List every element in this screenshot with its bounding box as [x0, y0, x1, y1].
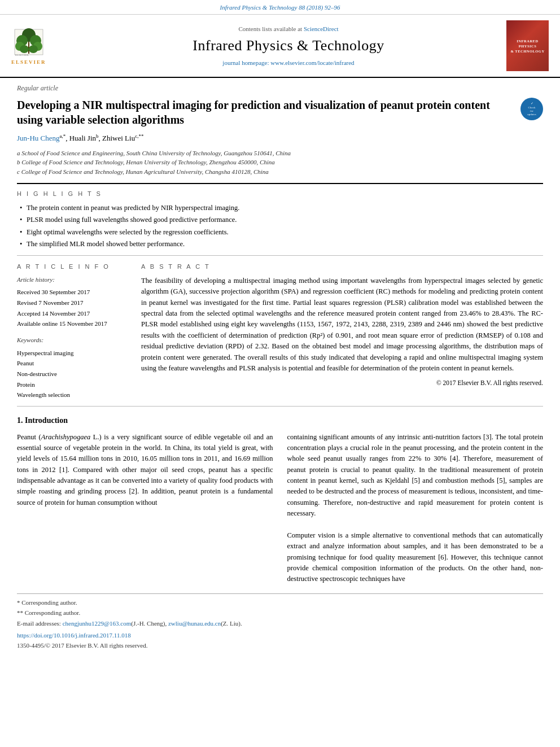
intro-right-col: containing significant amounts of any in… — [287, 432, 544, 585]
intro-left-text: Peanut (Arachishypogaea L.) is a very si… — [17, 432, 273, 509]
highlights-label: H I G H L I G H T S — [17, 190, 543, 198]
check-updates-badge: ✓ Checkforupdates — [520, 98, 543, 120]
footnotes-section: * Corresponding author. ** Corresponding… — [17, 593, 543, 650]
check-updates-label: Checkforupdates — [527, 106, 536, 116]
issn-line: 1350-4495/© 2017 Elsevier B.V. All right… — [17, 641, 543, 650]
email2-link[interactable]: zwliu@hunau.edu.cn — [168, 620, 221, 627]
corresponding-author-1: * Corresponding author. — [17, 599, 543, 607]
email-addresses: E-mail addresses: chengjunhu1229@163.com… — [17, 619, 543, 628]
keyword-item: Peanut — [17, 358, 130, 369]
article-title: Developing a NIR multispectral imaging f… — [17, 98, 512, 127]
elsevier-tree-icon: ELSEVIER — [12, 27, 46, 58]
elsevier-brand-text: ELSEVIER — [11, 59, 46, 66]
author-jin: , Huali Jin — [65, 134, 96, 143]
svg-point-8 — [29, 45, 38, 53]
check-icon: ✓ — [531, 102, 533, 106]
abstract-text: The feasibility of developing a multispe… — [141, 276, 543, 374]
homepage-link[interactable]: journal homepage: www.elsevier.com/locat… — [222, 59, 354, 66]
divider-top — [17, 183, 543, 184]
sciencedirect-line: Contents lists available at ScienceDirec… — [85, 25, 492, 33]
journal-homepage: journal homepage: www.elsevier.com/locat… — [85, 59, 492, 67]
article-info-abstract: A R T I C L E I N F O Article history: R… — [17, 263, 543, 400]
author-cheng[interactable]: Jun-Hu Cheng — [17, 134, 59, 143]
highlight-item: Eight optimal wavelengths were selected … — [20, 228, 543, 238]
copyright-notice: © 2017 Elsevier B.V. All rights reserved… — [141, 378, 543, 387]
journal-info-center: Contents lists available at ScienceDirec… — [85, 25, 492, 67]
intro-body-columns: Peanut (Arachishypogaea L.) is a very si… — [17, 432, 543, 585]
author-a-sup: a,* — [59, 133, 65, 139]
available-date: Available online 15 November 2017 — [17, 318, 130, 329]
highlight-item: The simplified MLR model showed better p… — [20, 239, 543, 250]
authors-line: Jun-Hu Chenga,*, Huali Jinb, Zhiwei Liuc… — [17, 133, 543, 144]
author-c-sup: c,** — [135, 133, 143, 139]
keyword-item: Non-destructive — [17, 369, 130, 379]
email1-person: (J.-H. Cheng), — [131, 620, 167, 627]
highlights-list: The protein content in peanut was predic… — [17, 203, 543, 250]
email2-person: (Z. Liu). — [221, 620, 242, 627]
keywords-label: Keywords: — [17, 336, 130, 344]
highlight-item: The protein content in peanut was predic… — [20, 203, 543, 213]
doi-link[interactable]: https://doi.org/10.1016/j.infrared.2017.… — [17, 632, 131, 639]
journal-cover-area: INFRARED PHYSICS& TECHNOLOGY — [498, 20, 549, 71]
check-updates-badge-area: ✓ Checkforupdates — [520, 98, 543, 120]
email-label: E-mail addresses: — [17, 620, 63, 627]
author-liu: , Zhiwei Liu — [99, 134, 135, 143]
contents-list-text: Contents lists available at — [238, 25, 303, 32]
abstract-column: A B S T R A C T The feasibility of devel… — [141, 263, 543, 400]
corresponding-author-2: ** Corresponding author. — [17, 609, 543, 617]
keywords-list: Hyperspectral imaging Peanut Non-destruc… — [17, 348, 130, 400]
keyword-item: Wavelength selection — [17, 390, 130, 400]
highlights-section: H I G H L I G H T S The protein content … — [17, 190, 543, 249]
article-history-label: Article history: — [17, 276, 130, 284]
article-info-column: A R T I C L E I N F O Article history: R… — [17, 263, 130, 400]
highlight-item: PLSR model using full wavelengths showed… — [20, 215, 543, 225]
journal-header: ELSEVIER ELSEVIER Contents lists availab… — [0, 15, 560, 78]
svg-point-7 — [20, 45, 29, 53]
intro-left-col: Peanut (Arachishypogaea L.) is a very si… — [17, 432, 273, 585]
keyword-item: Protein — [17, 379, 130, 390]
divider-highlights — [17, 255, 543, 256]
paper-content: Regular article Developing a NIR multisp… — [0, 78, 560, 663]
elsevier-logo: ELSEVIER ELSEVIER — [11, 27, 46, 66]
journal-citation: Infrared Physics & Technology 88 (2018) … — [0, 0, 560, 15]
affiliation-c: c College of Food Science and Technology… — [17, 167, 543, 177]
keywords-section: Keywords: Hyperspectral imaging Peanut N… — [17, 336, 130, 400]
affiliation-b: b College of Food Science and Technology… — [17, 158, 543, 167]
journal-title: Infrared Physics & Technology — [85, 36, 492, 56]
article-info-label: A R T I C L E I N F O — [17, 263, 130, 271]
received-date: Received 30 September 2017 — [17, 287, 130, 298]
section-heading: 1. Introduction — [17, 415, 543, 426]
tons-text: tons — [17, 466, 29, 474]
introduction-section: 1. Introduction Peanut (Arachishypogaea … — [17, 415, 543, 585]
keyword-item: Hyperspectral imaging — [17, 348, 130, 359]
article-dates: Received 30 September 2017 Revised 7 Nov… — [17, 287, 130, 329]
intro-right-text-2: Computer vision is a simple alternative … — [287, 530, 544, 585]
svg-text:ELSEVIER: ELSEVIER — [15, 54, 29, 56]
divider-abstract — [17, 406, 543, 407]
revised-date: Revised 7 November 2017 — [17, 298, 130, 308]
citation-text: Infrared Physics & Technology 88 (2018) … — [220, 4, 340, 11]
doi-line: https://doi.org/10.1016/j.infrared.2017.… — [17, 631, 543, 640]
cover-title: INFRARED PHYSICS& TECHNOLOGY — [509, 38, 546, 54]
accepted-date: Accepted 14 November 2017 — [17, 308, 130, 319]
sciencedirect-link[interactable]: ScienceDirect — [304, 25, 339, 32]
article-history: Article history: Received 30 September 2… — [17, 276, 130, 329]
affiliation-a: a School of Food Science and Engineering… — [17, 148, 543, 158]
abstract-label: A B S T R A C T — [141, 263, 543, 271]
affiliations: a School of Food Science and Engineering… — [17, 148, 543, 177]
article-title-section: Developing a NIR multispectral imaging f… — [17, 98, 543, 127]
intro-right-text: containing significant amounts of any in… — [287, 432, 544, 519]
email1-link[interactable]: chengjunhu1229@163.com — [63, 620, 132, 627]
elsevier-logo-area: ELSEVIER ELSEVIER — [11, 27, 79, 66]
article-type: Regular article — [17, 84, 543, 93]
journal-cover-image: INFRARED PHYSICS& TECHNOLOGY — [506, 20, 549, 71]
